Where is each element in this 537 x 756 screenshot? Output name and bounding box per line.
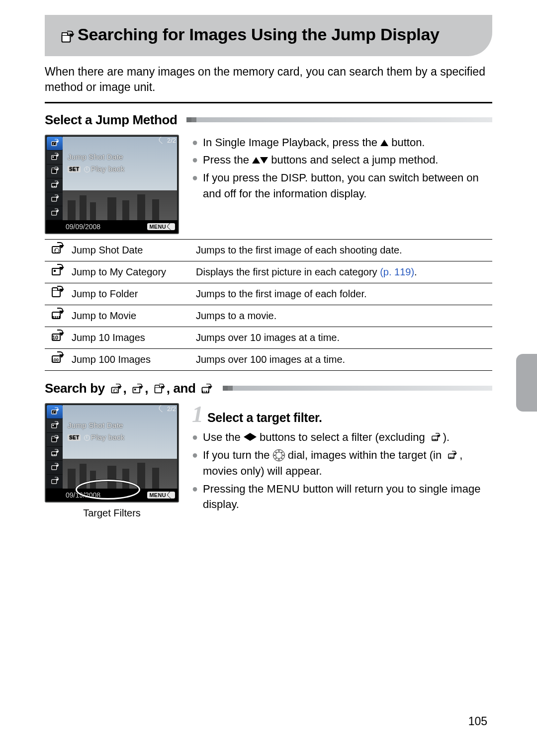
section-2-heading: Search by , , , and <box>45 381 492 396</box>
lcd-counter: 2/2 <box>159 137 176 144</box>
jump-methods-table: Jump Shot DateJumps to the first image o… <box>45 239 492 371</box>
jump-movie-icon <box>430 433 441 442</box>
step-title: Select a target filter. <box>207 409 322 426</box>
section-side-tab <box>516 354 537 412</box>
jump-method-name: Jump 100 Images <box>68 348 192 370</box>
table-row: Jump Shot DateJumps to the first image o… <box>45 239 492 261</box>
table-row: Jump to My CategoryDisplays the first pi… <box>45 261 492 283</box>
up-arrow-icon <box>252 157 260 164</box>
jump-method-icon <box>45 305 68 327</box>
sidebar-jump-folder-icon <box>47 433 63 447</box>
jump-method-name: Jump Shot Date <box>68 239 192 261</box>
s2-bullet-3: Pressing the MENU button will return you… <box>203 481 492 513</box>
lcd-menu-pill: MENU <box>147 492 175 499</box>
jump-method-icon: 100 <box>45 348 68 370</box>
jump-method-icon <box>45 239 68 261</box>
lcd-preview-2: 10 100 2/2 Jump Shot Date SET Play back … <box>45 403 179 519</box>
jump-method-name: Jump 10 Images <box>68 327 192 348</box>
jump-method-desc: Jumps to the first image of each shootin… <box>192 239 492 261</box>
s2-bullet-2: If you turn the dial, images within the … <box>203 447 492 479</box>
bullet-2: Press the buttons and select a jump meth… <box>203 152 492 168</box>
jump-method-icon <box>45 283 68 305</box>
jump-method-desc: Jumps over 10 images at a time. <box>192 327 492 348</box>
table-row: 10Jump 10 ImagesJumps over 10 images at … <box>45 327 492 348</box>
lcd-preview-1: 10 100 2/2 Jump Shot Date SET Play back … <box>45 135 179 234</box>
sidebar-jump-category-icon <box>47 151 63 165</box>
lcd-date: 09/09/2008 <box>66 223 100 231</box>
lcd-line2: SET Play back <box>68 433 125 441</box>
jump-category-icon <box>131 384 144 395</box>
page-title-block: Searching for Images Using the Jump Disp… <box>45 15 492 56</box>
down-arrow-icon <box>260 157 268 164</box>
sidebar-jump-100-icon: 100 <box>47 475 63 489</box>
jump-method-desc: Jumps over 100 images at a time. <box>192 348 492 370</box>
sidebar-jump-10-icon: 10 <box>47 461 63 475</box>
bullet-icon: ● <box>192 152 203 168</box>
clock-icon <box>84 435 90 441</box>
jump-folder-icon <box>60 25 75 46</box>
jump-method-name: Jump to Folder <box>68 283 192 305</box>
sidebar-jump-movie-icon <box>47 178 63 192</box>
sidebar-jump-folder-icon <box>47 165 63 178</box>
table-row: Jump to MovieJumps to a movie. <box>45 305 492 327</box>
bullet-icon: ● <box>192 429 203 445</box>
sidebar-jump-10-icon: 10 <box>47 192 63 206</box>
page-number: 105 <box>468 715 487 728</box>
jump-folder-icon <box>153 384 166 395</box>
bullet-icon: ● <box>192 170 203 202</box>
sidebar-jump-shot-icon <box>47 405 63 419</box>
lcd-line1: Jump Shot Date <box>68 421 123 429</box>
left-arrow-icon <box>244 433 250 441</box>
clock-icon <box>84 167 90 172</box>
step-number: 1 <box>192 403 203 426</box>
jump-method-desc: Displays the first picture in each categ… <box>192 261 492 283</box>
jump-method-icon: 10 <box>45 327 68 348</box>
sidebar-jump-shot-icon <box>47 137 63 151</box>
section-1-heading: Select a Jump Method <box>45 112 492 128</box>
page-reference-link[interactable]: (p. 119) <box>380 266 414 277</box>
right-arrow-icon <box>250 433 257 441</box>
sidebar-jump-movie-icon <box>47 447 63 461</box>
bullet-icon: ● <box>192 135 203 151</box>
bullet-icon: ● <box>192 447 203 479</box>
jump-method-name: Jump to Movie <box>68 305 192 327</box>
sidebar-jump-category-icon <box>47 419 63 433</box>
jump-method-name: Jump to My Category <box>68 261 192 283</box>
divider <box>45 102 492 103</box>
table-row: Jump to FolderJumps to the first image o… <box>45 283 492 305</box>
control-dial-icon <box>273 449 285 461</box>
target-filter-highlight <box>76 480 140 500</box>
jump-method-desc: Jumps to the first image of each folder. <box>192 283 492 305</box>
up-arrow-icon <box>380 140 388 146</box>
table-row: 100Jump 100 ImagesJumps over 100 images … <box>45 348 492 370</box>
jump-movie-icon <box>200 384 213 395</box>
bullet-icon: ● <box>192 481 203 513</box>
jump-shot-icon <box>109 384 122 395</box>
bullet-3: If you press the DISP. button, you can s… <box>203 170 492 202</box>
intro-text: When there are many images on the memory… <box>45 64 492 95</box>
lcd-menu-pill: MENU <box>147 223 175 230</box>
lcd-counter: 2/2 <box>159 405 176 413</box>
jump-method-icon <box>45 261 68 283</box>
lcd-line1: Jump Shot Date <box>68 153 123 161</box>
page-title: Searching for Images Using the Jump Disp… <box>60 24 477 46</box>
bullet-1: In Single Image Playback, press the butt… <box>203 135 492 151</box>
s2-bullet-1: Use the buttons to select a filter (excl… <box>203 429 492 445</box>
sidebar-jump-100-icon: 100 <box>47 206 63 220</box>
jump-movie-icon <box>447 451 457 460</box>
lcd-line2: SET Play back <box>68 165 125 173</box>
jump-method-desc: Jumps to a movie. <box>192 305 492 327</box>
target-filters-caption: Target Filters <box>45 507 179 519</box>
